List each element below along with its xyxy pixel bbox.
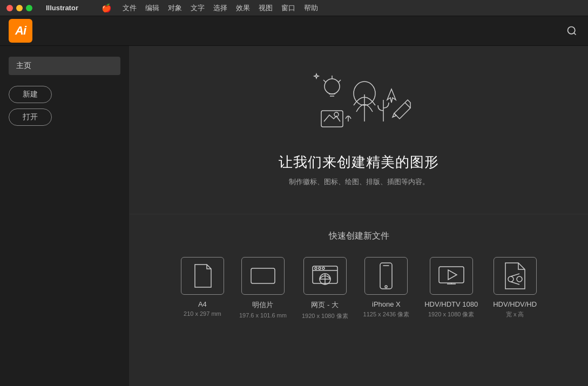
close-button[interactable] [6, 5, 13, 11]
template-iphone[interactable]: iPhone X 1125 x 2436 像素 [363, 257, 410, 320]
menu-xuan-ze[interactable]: 选择 [213, 3, 227, 13]
template-hdtv-name: HDV/HDTV 1080 [424, 300, 478, 308]
template-a4-size: 210 x 297 mm [184, 310, 221, 317]
template-web-name: 网页 - 大 [311, 300, 339, 310]
menu-shi-tu[interactable]: 视图 [259, 3, 273, 13]
new-button[interactable]: 新建 [9, 86, 52, 103]
menu-apple[interactable]: 🍎 [102, 3, 112, 13]
template-hdtv-size: 1920 x 1080 像素 [428, 310, 475, 319]
sidebar: 主页 新建 打开 [0, 46, 130, 386]
template-custom-name: HDV/HDV/HD [493, 300, 537, 308]
template-web-size: 1920 x 1080 像素 [302, 312, 348, 320]
svg-marker-15 [448, 270, 457, 280]
maximize-button[interactable] [26, 5, 32, 11]
titlebar: Illustrator 🍎 文件 编辑 对象 文字 选择 效果 视图 窗口 帮助 [0, 0, 588, 16]
menu-bar: 🍎 文件 编辑 对象 文字 选择 效果 视图 窗口 帮助 [102, 3, 318, 13]
hero-illustration [300, 67, 418, 138]
minimize-button[interactable] [16, 5, 23, 11]
main-panel: 让我们来创建精美的图形 制作徽标、图标、绘图、排版、插图等内容。 快速创建新文件… [130, 46, 588, 386]
hero-subtitle: 制作徽标、图标、绘图、排版、插图等内容。 [289, 177, 429, 187]
template-a4-name: A4 [198, 300, 207, 308]
menu-bian-ji[interactable]: 编辑 [145, 3, 159, 13]
svg-rect-12 [380, 263, 392, 289]
sidebar-buttons: 新建 打开 [9, 86, 120, 126]
template-icon-hdtv [430, 257, 473, 295]
svg-point-13 [385, 286, 387, 288]
template-custom-size: 宽 x 高 [506, 310, 524, 319]
template-custom[interactable]: HDV/HDV/HD 宽 x 高 [493, 257, 537, 320]
menu-bang-zhu[interactable]: 帮助 [304, 3, 318, 13]
menu-chuang-kou[interactable]: 窗口 [281, 3, 295, 13]
template-a4[interactable]: A4 210 x 297 mm [181, 257, 224, 320]
search-button[interactable] [564, 23, 579, 38]
template-icon-a4 [181, 257, 224, 295]
menu-wen-zi[interactable]: 文字 [191, 3, 205, 13]
template-iphone-name: iPhone X [372, 300, 401, 308]
svg-rect-14 [439, 267, 464, 283]
svg-line-1 [574, 33, 576, 35]
sidebar-home[interactable]: 主页 [9, 57, 120, 75]
template-postcard-size: 197.6 x 101.6 mm [239, 312, 287, 319]
main-content: 主页 新建 打开 [0, 46, 588, 386]
template-icon-iphone [364, 257, 408, 295]
traffic-lights [6, 5, 32, 11]
svg-point-0 [568, 27, 575, 34]
svg-point-8 [315, 267, 317, 269]
template-postcard-name: 明信片 [252, 300, 273, 310]
quick-create-section: 快速创建新文件 A4 210 x 297 mm [130, 214, 588, 386]
ai-logo: Ai [9, 19, 32, 43]
app-name-label: Illustrator [46, 4, 78, 12]
menu-xiao-guo[interactable]: 效果 [236, 3, 250, 13]
svg-rect-6 [251, 268, 275, 283]
quick-create-title: 快速创建新文件 [151, 231, 566, 242]
template-web[interactable]: 网页 - 大 1920 x 1080 像素 [302, 257, 348, 320]
hero-title: 让我们来创建精美的图形 [279, 153, 439, 172]
svg-point-10 [322, 267, 325, 269]
svg-point-16 [508, 276, 513, 282]
template-hdtv[interactable]: HDV/HDTV 1080 1920 x 1080 像素 [424, 257, 478, 320]
svg-point-2 [325, 79, 340, 94]
template-icon-postcard [241, 257, 285, 295]
template-icon-web [303, 257, 347, 295]
template-postcard[interactable]: 明信片 197.6 x 101.6 mm [239, 257, 287, 320]
svg-point-9 [319, 267, 321, 269]
menu-wen-jian[interactable]: 文件 [123, 3, 137, 13]
svg-rect-4 [321, 111, 343, 127]
app-toolbar: Ai [0, 16, 588, 46]
template-grid: A4 210 x 297 mm 明信片 197.6 x 101.6 mm [151, 257, 566, 320]
hero-section: 让我们来创建精美的图形 制作徽标、图标、绘图、排版、插图等内容。 [130, 46, 588, 214]
open-button[interactable]: 打开 [9, 109, 52, 126]
menu-dui-xiang[interactable]: 对象 [168, 3, 182, 13]
app-window: Ai 主页 新建 打开 [0, 16, 588, 386]
svg-point-17 [517, 276, 522, 282]
template-icon-custom [494, 257, 537, 295]
template-iphone-size: 1125 x 2436 像素 [363, 310, 410, 319]
